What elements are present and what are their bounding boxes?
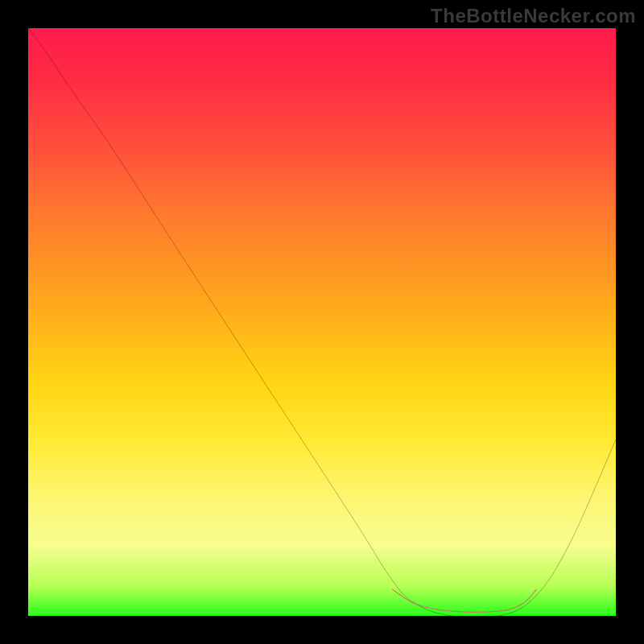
plot-area [28,28,616,616]
flat-marker [393,589,537,612]
watermark-text: TheBottleNecker.com [431,5,636,27]
chart-frame: TheBottleNecker.com [0,0,644,644]
bottleneck-curve [28,28,616,616]
curve-layer [28,28,616,616]
